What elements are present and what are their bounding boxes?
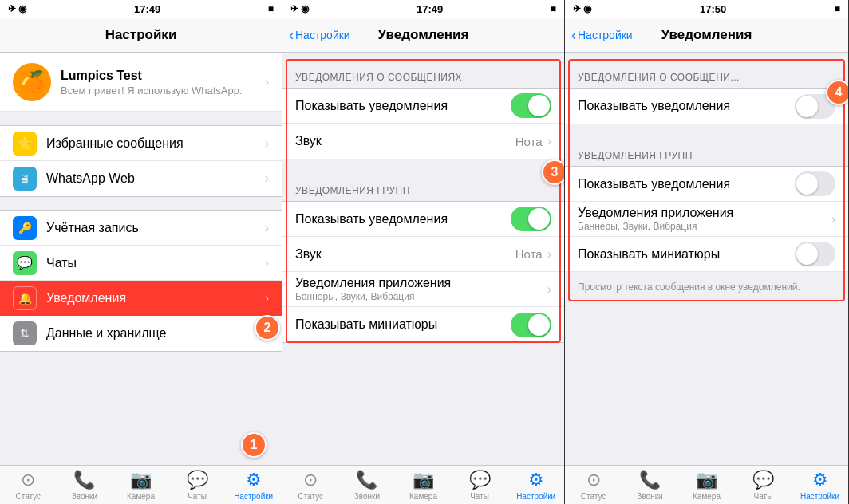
app-notif-subtitle: Баннеры, Звуки, Вибрация — [295, 291, 543, 302]
tab-calls-1[interactable]: 📞 Звонки — [57, 467, 113, 504]
tab-status-3[interactable]: ⊙ Статус — [565, 467, 622, 504]
step-4: 4 — [826, 80, 849, 105]
favorites-icon: ⭐ — [13, 132, 37, 156]
tab-settings-1[interactable]: ⚙ Настройки — [225, 467, 282, 504]
toggle-knob-5 — [796, 173, 818, 195]
show-notif-group-text-3: Показывать уведомления — [578, 177, 795, 191]
tab-camera-2[interactable]: 📷 Камера — [395, 467, 452, 504]
profile-info: Lumpics Test Всем привет! Я использую Wh… — [61, 69, 260, 96]
sound-group-label: Звук — [295, 247, 515, 262]
status-bar-1: ✈ ◉ 17:49 ■ — [0, 0, 282, 18]
content-1: 🍊 Lumpics Test Всем привет! Я использую … — [0, 53, 282, 465]
tab-chats-3[interactable]: 💬 Чаты — [735, 467, 792, 504]
show-thumb-row[interactable]: Показывать миниатюры — [282, 307, 564, 342]
nav-bar-3: ‹ Настройки Уведомления — [565, 18, 848, 53]
notifications-row[interactable]: 🔔 Уведомления › — [0, 281, 282, 316]
sound-msg-chevron: › — [547, 134, 551, 148]
show-notif-msg-row[interactable]: Показывать уведомления — [282, 89, 564, 124]
data-row[interactable]: ⇅ Данные и хранилще › — [0, 316, 282, 351]
thumb-info-text-3: Просмотр текста сообщения в окне уведомл… — [578, 281, 835, 293]
tab-status-icon-3: ⊙ — [586, 470, 601, 490]
favorites-label: Избранные сообщения — [46, 136, 260, 151]
tab-settings-3[interactable]: ⚙ Настройки — [792, 467, 848, 504]
battery-2: ■ — [551, 3, 556, 14]
tab-camera-icon-1: 📷 — [130, 470, 152, 490]
show-notif-msg-row-3[interactable]: Показывать уведомления — [565, 89, 848, 124]
toggle-knob-2 — [528, 208, 550, 230]
whatsapp-web-label: WhatsApp Web — [46, 171, 260, 186]
tab-chats-2[interactable]: 💬 Чаты — [452, 467, 508, 504]
profile-row[interactable]: 🍊 Lumpics Test Всем привет! Я использую … — [0, 53, 282, 112]
nav-title-1: Настройки — [105, 27, 177, 43]
sound-group-chevron: › — [547, 247, 551, 262]
whatsapp-web-row[interactable]: 🖥 WhatsApp Web › — [0, 161, 282, 196]
tab-status-icon-2: ⊙ — [303, 470, 318, 490]
tab-camera-3[interactable]: 📷 Камера — [678, 467, 735, 504]
show-thumb-text-3: Показывать миниатюры — [578, 247, 795, 262]
sound-msg-text: Звук — [295, 134, 515, 148]
signal-icons-3: ✈ ◉ — [573, 3, 591, 14]
tab-camera-1[interactable]: 📷 Камера — [113, 467, 169, 504]
favorites-chevron: › — [265, 136, 269, 151]
show-notif-msg-text-3: Показывать уведомления — [578, 99, 795, 113]
app-notif-text: Уведомления приложения Баннеры, Звуки, В… — [295, 276, 543, 302]
data-label: Данные и хранилще — [46, 326, 260, 341]
show-thumb-toggle[interactable] — [511, 313, 551, 337]
toggle-knob-4 — [796, 96, 818, 117]
nav-back-2[interactable]: ‹ Настройки — [289, 28, 350, 42]
tab-chats-1[interactable]: 💬 Чаты — [169, 467, 226, 504]
tab-status-label-2: Статус — [298, 492, 323, 501]
nav-title-3: Уведомления — [661, 27, 752, 43]
tab-settings-label-3: Настройки — [800, 492, 839, 501]
sound-msg-row[interactable]: Звук Нота › — [282, 124, 564, 159]
show-notif-group-row-3[interactable]: Показывать уведомления — [565, 167, 848, 202]
chats-row[interactable]: 💬 Чаты › — [0, 246, 282, 281]
profile-chevron: › — [265, 75, 269, 89]
tab-chats-label-3: Чаты — [754, 492, 773, 501]
tab-camera-label-2: Камера — [409, 492, 437, 501]
show-notif-group-toggle-3[interactable] — [795, 171, 835, 196]
app-notif-row-3[interactable]: Уведомления приложения Баннеры, Звуки, В… — [565, 202, 848, 237]
section-header-group: УВЕДОМЛЕНИЯ ГРУПП — [282, 172, 564, 201]
step-3: 3 — [542, 159, 565, 185]
sound-group-row[interactable]: Звук Нота › — [282, 237, 564, 272]
status-bar-2: ✈ ◉ 17:49 ■ — [282, 0, 564, 18]
status-bar-3: ✈ ◉ 17:50 ■ — [565, 0, 848, 18]
show-thumb-label: Показывать миниатюры — [295, 317, 511, 332]
profile-name: Lumpics Test — [61, 69, 260, 83]
section-header-msg: УВЕДОМЛЕНИЯ О СООБЩЕНИЯХ — [282, 59, 564, 88]
show-notif-group-row[interactable]: Показывать уведомления — [282, 202, 564, 237]
tab-status-2[interactable]: ⊙ Статус — [282, 467, 339, 504]
tab-settings-2[interactable]: ⚙ Настройки — [507, 467, 564, 504]
nav-back-3[interactable]: ‹ Настройки — [571, 28, 633, 42]
show-notif-msg-label-3: Показывать уведомления — [578, 99, 795, 113]
nav-back-text-3: Настройки — [578, 29, 633, 41]
chats-chevron: › — [265, 256, 269, 270]
nav-back-text-2: Настройки — [295, 29, 350, 41]
account-row[interactable]: 🔑 Учётная запись › — [0, 211, 282, 246]
tab-calls-3[interactable]: 📞 Звонки — [622, 467, 678, 504]
app-notif-row[interactable]: Уведомления приложения Баннеры, Звуки, В… — [282, 272, 564, 307]
signal-icons: ✈ ◉ — [8, 3, 26, 14]
tab-status-label-1: Статус — [15, 492, 41, 501]
toggle-knob — [528, 95, 550, 116]
show-notif-group-toggle[interactable] — [511, 207, 551, 231]
tab-status-1[interactable]: ⊙ Статус — [0, 467, 57, 504]
section-header-group-3: УВЕДОМЛЕНИЯ ГРУПП — [565, 137, 848, 166]
show-thumb-toggle-3[interactable] — [795, 242, 835, 266]
tab-chats-icon-2: 💬 — [469, 470, 491, 490]
tab-settings-label-1: Настройки — [234, 492, 273, 501]
account-icon: 🔑 — [13, 216, 37, 240]
nav-back-chevron-3: ‹ — [571, 28, 576, 42]
tab-calls-2[interactable]: 📞 Звонки — [339, 467, 396, 504]
phone-1: ✈ ◉ 17:49 ■ Настройки 🍊 Lumpics Test Все… — [0, 0, 282, 504]
favorites-row[interactable]: ⭐ Избранные сообщения › — [0, 126, 282, 161]
tab-calls-label-1: Звонки — [72, 492, 97, 501]
favorites-text: Избранные сообщения — [46, 136, 260, 151]
nav-title-2: Уведомления — [378, 27, 469, 43]
show-notif-msg-toggle[interactable] — [511, 93, 551, 118]
show-thumb-row-3[interactable]: Показывать миниатюры — [565, 237, 848, 272]
nota-group: Нота — [515, 247, 543, 261]
show-notif-group-text: Показывать уведомления — [295, 212, 511, 226]
data-text: Данные и хранилще — [46, 326, 260, 341]
